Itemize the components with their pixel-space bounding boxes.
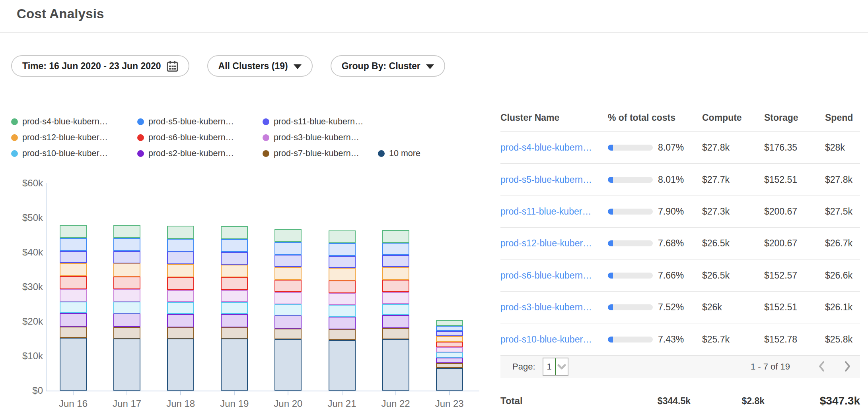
bar-segment[interactable] (60, 289, 87, 301)
bar-segment[interactable] (221, 239, 248, 252)
bar-segment[interactable] (113, 314, 140, 327)
bar-segment[interactable] (167, 264, 194, 277)
bar-segment[interactable] (436, 336, 463, 342)
bar-segment[interactable] (382, 339, 409, 391)
bar-segment[interactable] (436, 368, 463, 391)
bar-segment[interactable] (436, 358, 463, 364)
bar-segment[interactable] (113, 289, 140, 301)
bar-segment[interactable] (329, 329, 356, 340)
bar-segment[interactable] (329, 317, 356, 329)
x-axis-tick (234, 391, 235, 395)
cluster-name-link[interactable]: prod-s12-blue-kuber… (500, 238, 608, 249)
bar-segment[interactable] (329, 305, 356, 317)
bar-segment[interactable] (436, 352, 463, 357)
bar-segment[interactable] (221, 226, 248, 239)
bar-segment[interactable] (60, 302, 87, 314)
bar-segment[interactable] (329, 268, 356, 281)
bar-segment[interactable] (274, 339, 302, 391)
bar-segment[interactable] (113, 225, 140, 238)
bar-segment[interactable] (329, 293, 356, 305)
bar-segment[interactable] (221, 327, 248, 339)
bar-segment[interactable] (167, 239, 194, 252)
bar-segment[interactable] (274, 329, 302, 339)
bar-segment[interactable] (274, 267, 302, 280)
bar-segment[interactable] (167, 339, 194, 391)
bar-segment[interactable] (436, 326, 463, 331)
cluster-name-link[interactable]: prod-s3-blue-kubern… (500, 302, 608, 313)
bar-segment[interactable] (382, 230, 409, 243)
bar-segment[interactable] (221, 265, 248, 277)
bar-segment[interactable] (436, 363, 463, 368)
bar-segment[interactable] (60, 338, 87, 391)
bar-segment[interactable] (274, 280, 302, 292)
bar-segment[interactable] (329, 230, 356, 243)
table-row: prod-s10-blue-kuber…7.43%$25.7k$152.78$2… (500, 323, 860, 355)
bar-segment[interactable] (221, 290, 248, 302)
bar-segment[interactable] (167, 277, 194, 290)
bar-segment[interactable] (113, 277, 140, 289)
cluster-name-link[interactable]: prod-s6-blue-kubern… (500, 270, 608, 281)
bar-segment[interactable] (221, 252, 248, 264)
percent-value: 7.43% (658, 334, 684, 345)
next-page-button[interactable] (844, 361, 851, 373)
x-axis-tick-label: Jun 23 (426, 398, 473, 409)
bar-segment[interactable] (221, 314, 248, 327)
bar-segment[interactable] (274, 255, 302, 267)
stacked-bar (60, 225, 87, 391)
bar-segment[interactable] (113, 302, 140, 314)
previous-page-button[interactable] (818, 361, 825, 373)
bar-segment[interactable] (329, 281, 356, 293)
cluster-name-link[interactable]: prod-s11-blue-kuber… (500, 206, 608, 217)
bar-segment[interactable] (221, 302, 248, 314)
page-select[interactable]: 1 (543, 358, 568, 376)
bar-segment[interactable] (382, 267, 409, 279)
bar-segment[interactable] (60, 276, 87, 289)
bar-segment[interactable] (113, 339, 140, 391)
bar-segment[interactable] (113, 238, 140, 251)
chevron-down-icon (556, 358, 568, 375)
bar-segment[interactable] (113, 327, 140, 339)
bar-segment[interactable] (60, 238, 87, 251)
bar-segment[interactable] (382, 315, 409, 328)
bar-segment[interactable] (436, 347, 463, 352)
bar-segment[interactable] (436, 331, 463, 336)
bar-segment[interactable] (60, 263, 87, 276)
bar-segment[interactable] (382, 255, 409, 267)
bar-segment[interactable] (382, 328, 409, 339)
cluster-name-link[interactable]: prod-s10-blue-kuber… (500, 334, 608, 345)
bar-segment[interactable] (113, 251, 140, 263)
bar-segment[interactable] (274, 242, 302, 255)
bar-segment[interactable] (274, 304, 302, 316)
bar-segment[interactable] (274, 315, 302, 329)
bar-segment[interactable] (382, 292, 409, 304)
bar-segment[interactable] (274, 229, 302, 242)
bar-segment[interactable] (113, 263, 140, 277)
bar-segment[interactable] (274, 292, 302, 304)
x-axis-tick-label: Jun 19 (210, 398, 258, 409)
bar-segment[interactable] (167, 302, 194, 314)
bar-segment[interactable] (167, 226, 194, 239)
bar-segment[interactable] (167, 290, 194, 302)
bar-segment[interactable] (329, 340, 356, 391)
x-axis-tick-label: Jun 21 (318, 398, 366, 409)
bar-segment[interactable] (167, 327, 194, 339)
bar-segment[interactable] (60, 251, 87, 263)
bar-segment[interactable] (436, 320, 463, 325)
bar-segment[interactable] (221, 339, 248, 391)
bar-segment[interactable] (221, 277, 248, 290)
cluster-name-link[interactable]: prod-s5-blue-kubern… (500, 174, 608, 185)
cluster-name-link[interactable]: prod-s4-blue-kubern… (500, 142, 608, 153)
bar-segment[interactable] (382, 304, 409, 315)
bar-segment[interactable] (167, 252, 194, 264)
bar-segment[interactable] (329, 256, 356, 268)
bar-segment[interactable] (436, 342, 463, 347)
bar-segment[interactable] (60, 313, 87, 327)
bar-segment[interactable] (382, 243, 409, 255)
bar-segment[interactable] (60, 327, 87, 338)
bar-segment[interactable] (167, 314, 194, 327)
bar-segment[interactable] (382, 280, 409, 292)
compute-value: $26.5k (702, 238, 764, 249)
bar-segment[interactable] (60, 225, 87, 238)
bar-segment[interactable] (329, 243, 356, 255)
y-axis-tick-label: $30k (11, 281, 43, 292)
